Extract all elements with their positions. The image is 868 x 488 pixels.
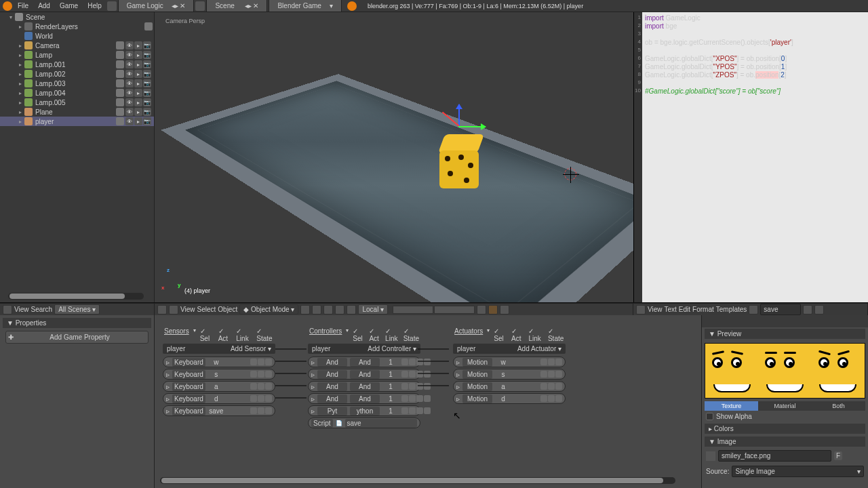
- lock-icon[interactable]: [477, 305, 486, 314]
- tab-texture[interactable]: Texture: [705, 401, 758, 411]
- outliner-item-lamp-005[interactable]: ▸Lamp.005👁▸📷: [0, 98, 154, 107]
- cursor-3d-icon: [564, 168, 576, 180]
- source-dropdown[interactable]: Single Image▾: [732, 466, 864, 477]
- screen-layout-dropdown[interactable]: Game Logic◂▸ ✕: [118, 0, 195, 12]
- image-filename-field[interactable]: smiley_face.png: [718, 450, 831, 462]
- te-text-menu[interactable]: Text: [665, 306, 677, 313]
- show-alpha-label: Show Alpha: [716, 413, 752, 420]
- actuator-brick-1[interactable]: ▹Motions: [453, 369, 566, 380]
- te-templates-menu[interactable]: Templates: [716, 306, 747, 313]
- viewport-3d[interactable]: z y x (4) player Camera Persp: [155, 12, 633, 302]
- sensor-brick-3[interactable]: ▹Keyboardd: [163, 393, 275, 404]
- outliner-item-lamp-001[interactable]: ▸Lamp.001👁▸📷: [0, 60, 154, 69]
- outliner-view-menu[interactable]: View: [14, 306, 29, 313]
- outliner-type-icon[interactable]: [3, 305, 12, 314]
- image-add-icon[interactable]: [845, 452, 853, 460]
- engine-dropdown[interactable]: Blender Game▾: [269, 0, 341, 12]
- controller-brick-0[interactable]: ▹AndAnd1: [308, 357, 420, 367]
- actuator-brick-0[interactable]: ▹Motionw: [453, 357, 566, 367]
- outliner-item-player[interactable]: ▸player👁▸📷: [0, 117, 154, 126]
- outliner-item-scene[interactable]: ▾Scene: [0, 12, 154, 22]
- tab-both[interactable]: Both: [812, 401, 865, 411]
- layers-icon[interactable]: [335, 305, 344, 314]
- menu-file[interactable]: File: [14, 1, 33, 11]
- outliner-item-lamp-004[interactable]: ▸Lamp.004👁▸📷: [0, 88, 154, 98]
- controller-brick-3[interactable]: ▹AndAnd1: [308, 393, 420, 404]
- snap-icon[interactable]: [323, 305, 333, 314]
- outliner-item-world[interactable]: World: [0, 31, 154, 41]
- scene-icon[interactable]: [195, 1, 205, 11]
- outliner-search-menu[interactable]: Search: [31, 306, 53, 313]
- outliner-item-plane[interactable]: ▸Plane👁▸📷: [0, 107, 154, 117]
- fake-user-button[interactable]: F: [834, 451, 842, 460]
- menu-game[interactable]: Game: [56, 1, 82, 11]
- tab-material[interactable]: Material: [758, 401, 812, 411]
- text-datablock-icon[interactable]: [749, 305, 758, 314]
- text-editor[interactable]: 12345678910 import GameLogicimport bge o…: [633, 12, 868, 302]
- viewport-persp-label: Camera Persp: [165, 18, 205, 24]
- shading-icon[interactable]: [488, 305, 498, 314]
- editor-type-icon[interactable]: [157, 305, 167, 314]
- scene-dropdown[interactable]: Scene◂▸ ✕: [206, 0, 267, 12]
- properties-header[interactable]: ▼ Properties: [3, 318, 151, 328]
- logic-editor[interactable]: Sensors ▾ ✓ Sel ✓ Act ✓ Link ✓ Stateplay…: [155, 315, 701, 488]
- player-object[interactable]: [439, 134, 483, 188]
- text-filename-field[interactable]: save: [760, 304, 801, 315]
- actuator-add-row[interactable]: playerAdd Actuator ▾: [453, 344, 566, 354]
- vp-view-menu[interactable]: View: [180, 306, 195, 313]
- outliner-panel: ▾Scene▸RenderLayersWorld▸Camera👁▸📷▸Lamp👁…: [0, 12, 155, 302]
- blender-dot-icon: [347, 1, 357, 11]
- text-opt1-icon[interactable]: [803, 305, 812, 314]
- menu-help[interactable]: Help: [83, 1, 106, 11]
- text-editor-type-icon[interactable]: [636, 305, 646, 314]
- layer-buttons[interactable]: [393, 306, 475, 314]
- manipulator-icon[interactable]: [312, 305, 321, 314]
- image-datablock-icon[interactable]: [706, 451, 715, 461]
- colors-header[interactable]: ▸ Colors: [705, 424, 865, 434]
- sensors-column: Sensors ▾ ✓ Sel ✓ Act ✓ Link ✓ Stateplay…: [163, 327, 275, 488]
- te-view-menu[interactable]: View: [648, 306, 663, 313]
- pivot-icon[interactable]: [300, 305, 310, 314]
- uv-image-panel: ▼ Preview Texture Material Both Show Alp…: [701, 315, 868, 488]
- sensor-brick-0[interactable]: ▹Keyboardw: [163, 357, 275, 367]
- controller-brick-2[interactable]: ▹AndAnd1: [308, 381, 420, 392]
- chevron-icon[interactable]: [169, 305, 178, 314]
- actuator-brick-3[interactable]: ▹Motiond: [453, 393, 566, 404]
- add-game-property-button[interactable]: ✚Add Game Property: [5, 331, 149, 344]
- vp-select-menu[interactable]: Select: [197, 306, 216, 313]
- outliner-item-lamp-003[interactable]: ▸Lamp.003👁▸📷: [0, 79, 154, 88]
- active-object-label: (4) player: [184, 287, 210, 294]
- outliner-item-lamp[interactable]: ▸Lamp👁▸📷: [0, 50, 154, 60]
- game-properties-panel: ▼ Properties ✚Add Game Property: [0, 315, 155, 488]
- mode-dropdown[interactable]: ◆ Object Mode ▾: [239, 304, 298, 314]
- source-label: Source:: [706, 468, 729, 475]
- proportional-icon[interactable]: [347, 305, 356, 314]
- outliner-item-renderlayers[interactable]: ▸RenderLayers: [0, 22, 154, 31]
- preview-header[interactable]: ▼ Preview: [705, 329, 865, 339]
- outliner-item-camera[interactable]: ▸Camera👁▸📷: [0, 41, 154, 50]
- sensor-add-row[interactable]: playerAdd Sensor ▾: [163, 344, 275, 354]
- render-icon[interactable]: [500, 305, 509, 314]
- image-unlink-icon[interactable]: [856, 452, 864, 460]
- sensor-brick-4[interactable]: ▹Keyboardsave: [163, 405, 275, 416]
- controller-script-row[interactable]: Script📄save: [308, 418, 420, 428]
- outliner-header: View Search All Scenes ▾: [0, 303, 155, 315]
- outliner-item-lamp-002[interactable]: ▸Lamp.002👁▸📷: [0, 69, 154, 79]
- show-alpha-checkbox[interactable]: [706, 413, 713, 420]
- orientation-dropdown[interactable]: Local ▾: [358, 304, 388, 314]
- te-format-menu[interactable]: Format: [692, 306, 714, 313]
- controller-add-row[interactable]: playerAdd Controller ▾: [308, 344, 420, 354]
- menu-add[interactable]: Add: [34, 1, 54, 11]
- outliner-filter-dropdown[interactable]: All Scenes ▾: [54, 304, 100, 314]
- text-opt2-icon[interactable]: [814, 305, 824, 314]
- image-header[interactable]: ▼ Image: [705, 436, 865, 447]
- back-icon[interactable]: [107, 1, 117, 11]
- vp-object-menu[interactable]: Object: [218, 306, 237, 313]
- actuator-brick-2[interactable]: ▹Motiona: [453, 381, 566, 392]
- controller-brick-4[interactable]: ▹Pytython1: [308, 405, 420, 416]
- sensor-brick-2[interactable]: ▹Keyboarda: [163, 381, 275, 392]
- axis-indicator-icon: z y x: [163, 270, 184, 291]
- te-edit-menu[interactable]: Edit: [679, 306, 690, 313]
- controller-brick-1[interactable]: ▹AndAnd1: [308, 369, 420, 380]
- sensor-brick-1[interactable]: ▹Keyboards: [163, 369, 275, 380]
